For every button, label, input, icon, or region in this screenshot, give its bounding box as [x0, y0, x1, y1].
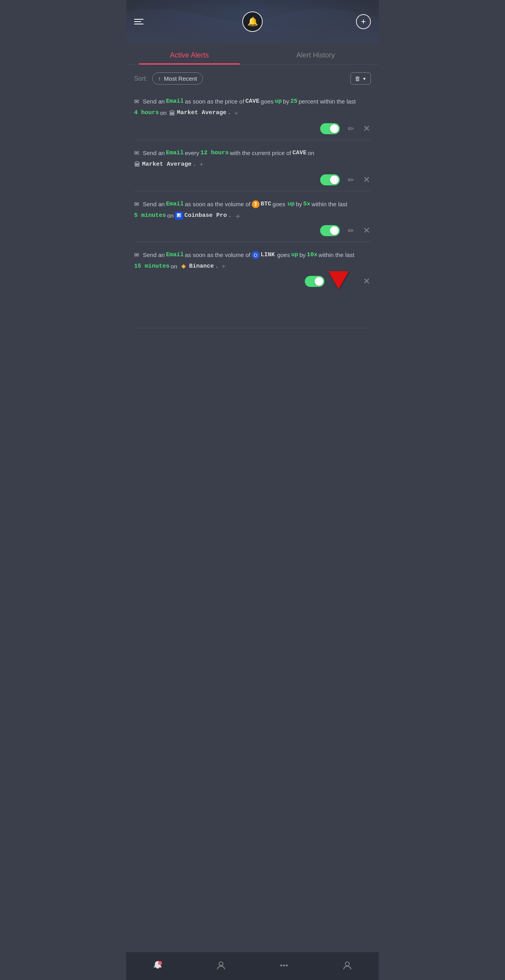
alert-item: ✉ Send an Email as soon as the price of … [134, 89, 371, 140]
alert-toggle[interactable] [320, 225, 340, 236]
alert-controls: ✏ ✕ [134, 118, 371, 136]
bell-icon: 🔔 [247, 17, 258, 27]
alert-timeframe: 12 hours [201, 148, 229, 158]
alert-direction: up [275, 96, 282, 107]
edit-alert-button[interactable]: ✏ [347, 175, 355, 185]
exchange-name: Market Average [142, 159, 192, 170]
alert-action: Email [166, 250, 184, 260]
alert-direction: up [291, 250, 298, 260]
btc-coin-icon: ₿ [252, 200, 260, 208]
tab-bar: Active Alerts Alert History [126, 45, 379, 65]
sort-label: Sort: [134, 75, 147, 82]
sort-bar: Sort: ↑ Most Recent 🗑 ▼ [126, 65, 379, 89]
exchange-info: 🏛 Market Average [134, 159, 192, 170]
toggle-track [320, 123, 340, 134]
toggle-thumb [330, 176, 339, 184]
edit-alert-button[interactable]: ✏ [347, 124, 355, 133]
tab-alert-history[interactable]: Alert History [252, 45, 379, 64]
sort-arrow-icon: ↑ [158, 76, 161, 82]
alert-timeframe: 5 minutes [134, 211, 166, 221]
alert-action: Email [166, 96, 184, 107]
alert-direction: up [288, 199, 295, 209]
email-envelope-icon: ✉ [134, 148, 139, 158]
add-exchange-button[interactable]: + [220, 263, 228, 270]
alert-coin: BTC [261, 199, 271, 209]
coinbase-icon: 📊 [175, 212, 183, 220]
alert-timeframe: 4 hours [134, 108, 159, 118]
link-coin-icon: ⬡ [252, 251, 260, 259]
alert-coin: CAVE [245, 96, 260, 107]
bell-logo-icon: 🔔 [242, 11, 263, 32]
delete-alert-button[interactable]: ✕ [362, 276, 371, 287]
alert-action: Email [166, 148, 184, 158]
alert-item: ✉ Send an Email as soon as the volume of… [134, 191, 371, 242]
alert-toggle[interactable] [305, 276, 324, 287]
add-exchange-button[interactable]: + [197, 161, 205, 168]
sort-current-value: Most Recent [164, 75, 197, 82]
market-icon: 🏛 [134, 159, 140, 170]
edit-alert-button[interactable]: ✏ [347, 226, 355, 235]
delete-alert-button[interactable]: ✕ [362, 226, 371, 236]
email-envelope-icon: ✉ [134, 199, 139, 209]
email-envelope-icon: ✉ [134, 250, 139, 260]
delete-button[interactable]: 🗑 ▼ [350, 72, 371, 85]
exchange-name: Market Average [177, 108, 227, 118]
delete-alert-button[interactable]: ✕ [362, 124, 371, 134]
alert-toggle[interactable] [320, 123, 340, 134]
alert-timeframe: 15 minutes [134, 261, 170, 272]
hamburger-icon[interactable] [134, 19, 144, 24]
binance-icon: ◈ [180, 263, 188, 270]
add-exchange-button[interactable]: + [234, 213, 242, 220]
toggle-track [320, 225, 340, 236]
alert-toggle[interactable] [320, 174, 340, 185]
alert-text: ✉ Send an Email every 12 hours with the … [134, 148, 371, 170]
alert-text: ✉ Send an Email as soon as the volume of… [134, 250, 371, 271]
trash-icon: 🗑 [355, 75, 361, 82]
exchange-info: 🏛 Market Average [169, 108, 227, 118]
exchange-info: 📊 Coinbase Pro [175, 211, 227, 221]
toggle-thumb [315, 277, 323, 286]
alert-action: Email [166, 199, 184, 209]
alert-item: ✉ Send an Email every 12 hours with the … [134, 140, 371, 192]
alert-amount: 5x [303, 199, 310, 209]
alert-text: ✉ Send an Email as soon as the price of … [134, 96, 371, 118]
alert-controls: ✏ ✕ [134, 220, 371, 238]
alert-amount: 25 [290, 96, 297, 107]
email-envelope-icon: ✉ [134, 96, 139, 107]
app-header: 🔔 + [126, 0, 379, 43]
toggle-thumb [330, 226, 339, 235]
red-down-arrow-icon [328, 271, 349, 289]
exchange-name: Binance [189, 261, 214, 272]
alert-controls: ✕ [134, 271, 371, 288]
add-icon[interactable]: + [356, 14, 371, 29]
alert-controls: ✏ ✕ [134, 170, 371, 187]
delete-chevron: ▼ [362, 76, 367, 81]
toggle-thumb [330, 124, 339, 133]
add-alert-button[interactable]: + [356, 14, 371, 29]
exchange-info: ◈ Binance [180, 261, 214, 272]
alert-item: ✉ Send an Email as soon as the volume of… [134, 242, 371, 328]
toggle-track [320, 174, 340, 185]
market-icon: 🏛 [169, 108, 175, 118]
alerts-list: ✉ Send an Email as soon as the price of … [126, 89, 379, 328]
alert-coin: CAVE [293, 148, 307, 158]
tab-active-alerts[interactable]: Active Alerts [126, 45, 252, 64]
delete-alert-button[interactable]: ✕ [362, 175, 371, 185]
sort-dropdown[interactable]: ↑ Most Recent [152, 72, 203, 85]
menu-button[interactable] [134, 19, 144, 24]
alert-coin: LINK [261, 250, 275, 260]
alert-amount: 10x [307, 250, 317, 260]
app-logo: 🔔 [242, 11, 263, 32]
exchange-name: Coinbase Pro [184, 211, 227, 221]
toggle-track [305, 276, 324, 287]
alert-text: ✉ Send an Email as soon as the volume of… [134, 199, 371, 220]
add-exchange-button[interactable]: + [232, 109, 240, 117]
